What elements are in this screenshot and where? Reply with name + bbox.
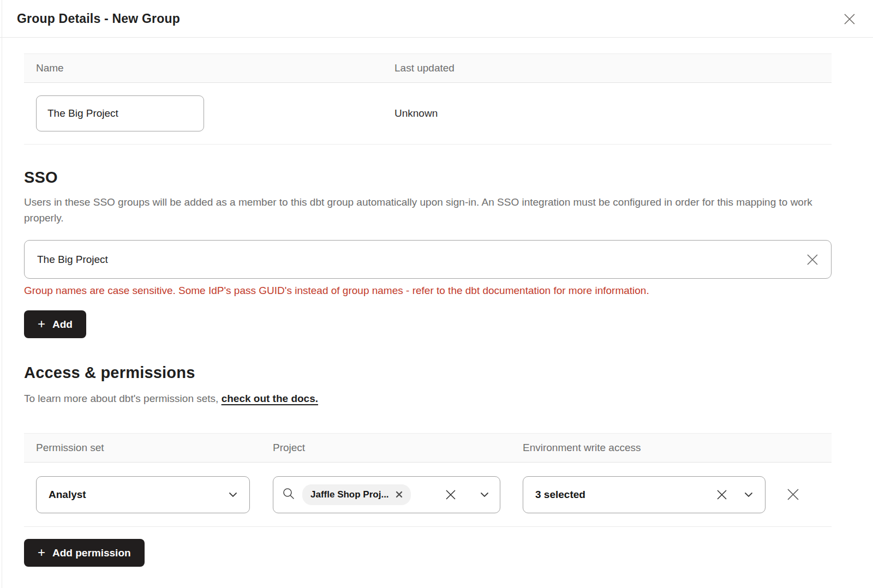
sso-heading: SSO [24, 169, 832, 187]
permission-set-value: Analyst [49, 489, 86, 501]
project-tag: Jaffle Shop Proj... [302, 484, 411, 505]
modal-body: Name Last updated Unknown SSO Users in t… [0, 53, 873, 567]
panel-left-edge [2, 0, 2, 588]
docs-sentence-prefix: To learn more about dbt's permission set… [24, 393, 222, 404]
add-button-label: Add [52, 319, 73, 331]
column-header-environment: Environment write access [523, 442, 832, 454]
permissions-table-header: Permission set Project Environment write… [24, 433, 832, 463]
add-permission-button[interactable]: + Add permission [24, 539, 145, 567]
environment-clear-icon[interactable] [715, 488, 729, 502]
group-table-header: Name Last updated [24, 53, 832, 83]
access-permissions-section: Access & permissions To learn more about… [24, 364, 832, 567]
column-header-last-updated: Last updated [394, 62, 832, 74]
group-table: Name Last updated Unknown [24, 53, 832, 145]
project-tag-remove-icon[interactable] [396, 491, 403, 498]
docs-link[interactable]: check out the docs. [222, 393, 318, 404]
delete-permission-row-icon[interactable] [785, 487, 801, 503]
environment-access-select[interactable]: 3 selected [523, 476, 766, 513]
sso-section: SSO Users in these SSO groups will be ad… [24, 169, 832, 338]
permission-set-select[interactable]: Analyst [36, 476, 250, 513]
group-name-input[interactable] [36, 95, 204, 131]
sso-group-field [24, 240, 832, 279]
environment-access-value: 3 selected [535, 489, 585, 501]
modal-header: Group Details - New Group [0, 0, 873, 38]
permissions-table: Permission set Project Environment write… [24, 433, 832, 527]
search-icon [282, 487, 295, 502]
add-permission-button-label: Add permission [52, 547, 131, 559]
permission-row: Analyst Jaffle Shop Proj... [24, 463, 832, 527]
group-table-row: Unknown [24, 83, 832, 145]
sso-description: Users in these SSO groups will be added … [24, 194, 826, 226]
column-header-permission-set: Permission set [24, 442, 273, 454]
project-select[interactable]: Jaffle Shop Proj... [273, 476, 500, 513]
sso-group-input[interactable] [24, 240, 832, 279]
chevron-down-icon [744, 490, 753, 500]
sso-clear-icon[interactable] [804, 251, 821, 268]
close-icon[interactable] [841, 11, 858, 27]
add-sso-group-button[interactable]: + Add [24, 310, 86, 338]
last-updated-value: Unknown [394, 107, 832, 119]
page-title: Group Details - New Group [17, 11, 180, 26]
project-tag-label: Jaffle Shop Proj... [310, 489, 389, 500]
plus-icon: + [38, 317, 45, 331]
sso-warning-text: Group names are case sensitive. Some IdP… [24, 285, 832, 297]
project-clear-icon[interactable] [444, 488, 458, 502]
chevron-down-icon [229, 490, 237, 500]
column-header-project: Project [273, 442, 523, 454]
chevron-down-icon [480, 490, 489, 500]
column-header-name: Name [24, 62, 394, 74]
plus-icon: + [38, 546, 45, 559]
access-permissions-heading: Access & permissions [24, 364, 832, 382]
docs-sentence: To learn more about dbt's permission set… [24, 393, 832, 405]
